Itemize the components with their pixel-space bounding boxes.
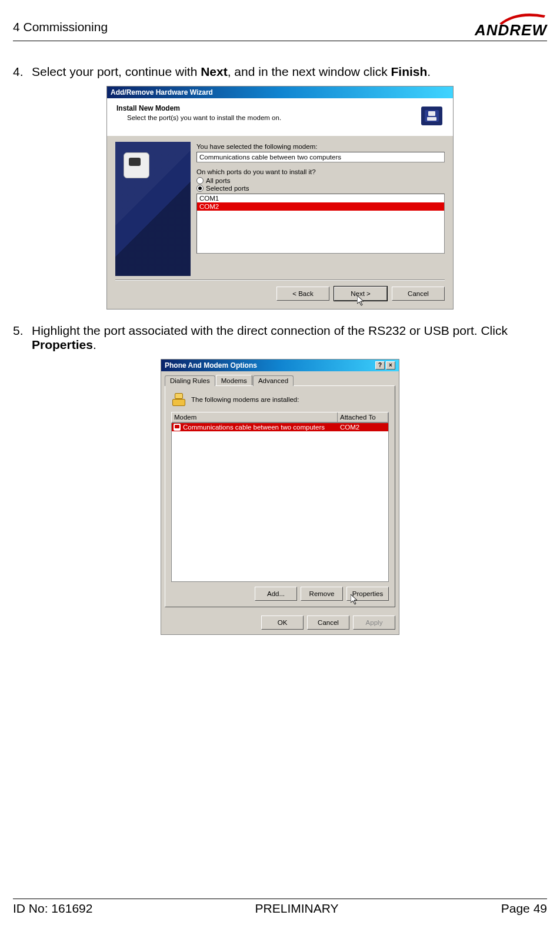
step-number: 4. [13,65,32,79]
radio-icon [196,177,204,184]
column-headers: Modem Attached To [171,412,389,423]
wizard-heading: Install New Modem [116,104,281,112]
step-4: 4. Select your port, continue with Next,… [13,65,547,79]
wizard-subheading: Select the port(s) you want to install t… [116,114,281,121]
svg-rect-2 [427,117,436,121]
step-number: 5. [13,324,32,352]
next-button[interactable]: Next > [334,287,387,301]
tab-strip: Dialing Rules Modems Advanced [161,371,399,385]
add-button[interactable]: Add... [255,587,297,601]
apply-button[interactable]: Apply [353,615,395,630]
col-modem[interactable]: Modem [172,412,338,422]
page-number: Page 49 [501,901,547,916]
remove-button[interactable]: Remove [301,587,343,601]
cancel-button[interactable]: Cancel [307,615,349,630]
modem-list[interactable]: Communications cable between two compute… [171,423,389,582]
installed-label: The following modems are installed: [191,396,299,403]
close-button[interactable]: × [386,361,395,370]
cancel-button[interactable]: Cancel [392,287,445,301]
ports-question-label: On which ports do you want to install it… [196,168,445,175]
modem-row[interactable]: Communications cable between two compute… [172,423,388,431]
dialog-title: Add/Remove Hardware Wizard [111,88,213,97]
ports-listbox[interactable]: COM1 COM2 [196,194,445,254]
section-title: 4 Commissioning [13,12,108,34]
doc-id: ID No: 161692 [13,901,92,916]
tab-modems[interactable]: Modems [216,375,252,385]
dialog-title: Phone And Modem Options [165,361,257,370]
wizard-side-art [115,142,191,276]
port-item-com1[interactable]: COM1 [197,194,444,202]
step-text: Highlight the port associated with the d… [32,324,547,352]
step-text: Select your port, continue with Next, an… [32,65,547,79]
radio-all-ports[interactable]: All ports [196,177,445,184]
tab-panel: The following modems are installed: Mode… [165,385,395,607]
dialog-titlebar[interactable]: Phone And Modem Options ? × [161,360,399,371]
selected-modem-field[interactable]: Communications cable between two compute… [196,152,445,162]
col-attached[interactable]: Attached To [338,412,388,422]
back-button[interactable]: < Back [276,287,329,301]
hardware-wizard-dialog: Add/Remove Hardware Wizard Install New M… [106,86,454,310]
phone-modem-options-dialog: Phone And Modem Options ? × Dialing Rule… [161,359,399,635]
modem-row-icon [173,423,181,431]
tab-dialing-rules[interactable]: Dialing Rules [165,375,215,386]
modem-row-name: Communications cable between two compute… [183,423,340,431]
modem-wizard-icon [420,105,444,127]
cursor-icon [357,295,366,307]
ok-button[interactable]: OK [261,615,304,630]
wizard-header: Install New Modem Select the port(s) you… [107,98,453,136]
step-5: 5. Highlight the port associated with th… [13,324,547,352]
svg-rect-3 [428,111,435,116]
radio-selected-ports[interactable]: Selected ports [196,185,445,192]
help-button[interactable]: ? [375,361,385,370]
brand-logo: ANDREW [475,12,547,39]
port-item-com2[interactable]: COM2 [197,202,444,211]
tab-advanced[interactable]: Advanced [253,375,294,386]
radio-icon [196,185,204,192]
modem-icon [171,393,186,406]
page-header: 4 Commissioning ANDREW [13,12,547,41]
properties-button[interactable]: Properties [346,587,389,601]
selected-modem-label: You have selected the following modem: [196,143,445,150]
dialog-titlebar[interactable]: Add/Remove Hardware Wizard [107,86,453,98]
doc-status: PRELIMINARY [255,901,339,916]
page-footer: ID No: 161692 PRELIMINARY Page 49 [13,899,547,916]
brand-text: ANDREW [475,21,547,39]
modem-row-port: COM2 [340,423,387,431]
